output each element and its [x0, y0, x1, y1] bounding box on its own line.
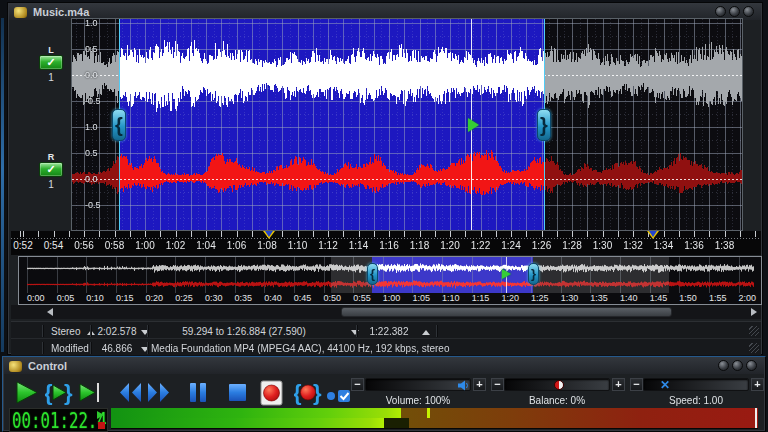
speed-minus-button[interactable]: − — [630, 378, 643, 391]
control-minimize-button[interactable] — [718, 360, 729, 371]
right-channel-label: R — [39, 152, 63, 162]
status-length[interactable]: 2:02.578 — [98, 326, 137, 337]
status-position[interactable]: 1:22.382 — [370, 326, 409, 337]
desktop: Music.m4a L ✓ 1 R ✓ 1 1.00.50.0-0.51.00.… — [0, 0, 768, 432]
close-button[interactable] — [743, 6, 754, 17]
overview-ruler-label: 2:00 — [739, 293, 757, 303]
fast-forward-button[interactable] — [145, 379, 173, 406]
status-bar: Stereo 2:02.578 59.294 to 1:26.884 (27.5… — [11, 321, 761, 355]
minimize-button[interactable] — [715, 6, 726, 17]
balance-handle[interactable] — [554, 380, 564, 390]
horizontal-scrollbar[interactable] — [11, 305, 761, 319]
left-channel-number: 1 — [39, 72, 63, 83]
overview-selection-end-marker[interactable]: } — [528, 263, 539, 285]
ruler-label: 1:06 — [227, 240, 246, 251]
waveform-view[interactable]: 1.00.50.0-0.51.00.50.0-0.5 { } — [71, 18, 743, 231]
level-meter — [111, 408, 758, 429]
overview-ruler-label: 1:40 — [620, 293, 638, 303]
right-channel-number: 1 — [39, 179, 63, 190]
ruler-label: 0:58 — [105, 240, 124, 251]
background-accent — [1, 18, 4, 352]
overview-playback-marker[interactable] — [502, 269, 511, 279]
volume-minus-button[interactable]: − — [351, 378, 364, 391]
ruler-label: 1:20 — [440, 240, 459, 251]
cue-marker-1[interactable] — [263, 231, 275, 239]
play-button[interactable] — [12, 379, 40, 406]
control-window-title: Control — [28, 360, 67, 372]
maximize-button[interactable] — [729, 6, 740, 17]
speed-handle[interactable]: ✕ — [660, 378, 670, 392]
control-maximize-button[interactable] — [732, 360, 743, 371]
overview-ruler-label: 0:35 — [235, 293, 253, 303]
playback-position-marker[interactable] — [468, 118, 479, 132]
control-close-button[interactable] — [746, 360, 757, 371]
record-button[interactable] — [257, 379, 285, 406]
overview-selection-start-marker[interactable]: { — [367, 263, 378, 285]
amp-label-R: 0.0 — [85, 174, 98, 184]
play-selection-button[interactable]: { } — [45, 379, 73, 406]
overview-ruler-label: 1:00 — [383, 293, 401, 303]
volume-label: Volume: 100% — [386, 395, 451, 406]
goldwave-file-icon — [14, 7, 27, 18]
time-ruler[interactable]: 0:520:540:560:581:001:021:041:061:081:10… — [11, 231, 761, 255]
lcd-time-value: 00:01:22.4 — [12, 409, 107, 432]
lcd-play-indicator — [97, 411, 104, 419]
svg-text:{: { — [45, 380, 53, 405]
overview-canvas[interactable] — [19, 257, 761, 293]
amp-label-R: 0.5 — [85, 148, 98, 158]
left-channel-enable-button[interactable]: ✓ — [39, 55, 63, 70]
cue-marker-2[interactable] — [647, 231, 659, 239]
right-channel-enable-button[interactable]: ✓ — [39, 162, 63, 177]
pause-button[interactable] — [184, 379, 212, 406]
ruler-label: 0:54 — [44, 240, 63, 251]
channel-mode-up-arrow[interactable] — [87, 330, 95, 335]
overview-ruler-label: 1:35 — [590, 293, 608, 303]
rewind-button[interactable] — [116, 379, 144, 406]
left-channel-label: L — [39, 45, 63, 55]
status-channel-mode[interactable]: Stereo — [51, 326, 80, 337]
scrollbar-thumb[interactable] — [341, 307, 672, 317]
selection-end-marker[interactable]: } — [537, 109, 551, 141]
ruler-label: 1:24 — [501, 240, 520, 251]
speed-plus-button[interactable]: + — [751, 378, 764, 391]
overview-ruler-label: 0:40 — [264, 293, 282, 303]
volume-plus-button[interactable]: + — [473, 378, 486, 391]
overview-ruler-label: 1:30 — [561, 293, 579, 303]
ruler-label: 1:32 — [623, 240, 642, 251]
amp-label-R: 1.0 — [85, 122, 98, 132]
record-selection-button[interactable]: { } — [294, 379, 322, 406]
balance-slider[interactable] — [504, 378, 610, 391]
selection-start-marker[interactable]: { — [112, 109, 126, 141]
control-icon — [9, 361, 22, 372]
scroll-right-arrow[interactable] — [751, 308, 757, 316]
stop-button[interactable] — [224, 379, 252, 406]
play-from-marker-button[interactable] — [76, 379, 104, 406]
selection-dropdown-arrow[interactable] — [351, 330, 359, 335]
ruler-label: 1:02 — [166, 240, 185, 251]
level-meter-right — [111, 418, 758, 428]
speed-slider[interactable]: ✕ — [643, 378, 749, 391]
ruler-label: 1:10 — [288, 240, 307, 251]
balance-plus-button[interactable]: + — [612, 378, 625, 391]
ruler-label: 0:56 — [74, 240, 93, 251]
overview-ruler-label: 0:10 — [86, 293, 104, 303]
waveform-canvas[interactable] — [72, 19, 742, 230]
position-up-arrow[interactable] — [422, 330, 430, 335]
overview-ruler-label: 0:30 — [205, 293, 223, 303]
scroll-left-arrow[interactable] — [47, 308, 53, 316]
status-selection[interactable]: 59.294 to 1:26.884 (27.590) — [182, 326, 305, 337]
balance-minus-button[interactable]: − — [491, 378, 504, 391]
overview-panel[interactable]: 0:000:050:100:150:200:250:300:350:400:45… — [18, 256, 762, 305]
control-titlebar[interactable]: Control — [4, 358, 764, 374]
status-zoom[interactable]: 46.866 — [102, 343, 133, 354]
overview-ruler-label: 1:10 — [442, 293, 460, 303]
overview-ruler-label: 1:05 — [412, 293, 430, 303]
ruler-label: 1:00 — [135, 240, 154, 251]
volume-slider[interactable] — [365, 378, 471, 391]
record-mode-button[interactable] — [325, 379, 353, 406]
overview-ruler-label: 1:45 — [650, 293, 668, 303]
ruler-label: 1:08 — [257, 240, 276, 251]
overview-ruler-label: 1:25 — [531, 293, 549, 303]
overview-ruler-label: 0:50 — [324, 293, 342, 303]
status-format: Media Foundation MP4 (MPEG4 AAC), 44100 … — [151, 343, 450, 354]
